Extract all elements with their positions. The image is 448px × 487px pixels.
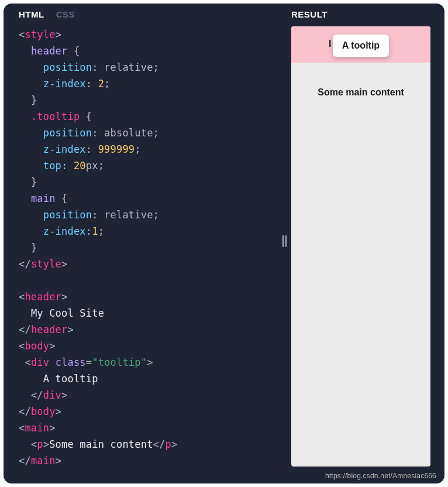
tab-bar: HTML CSS xyxy=(4,9,283,26)
tab-css[interactable]: CSS xyxy=(56,9,75,19)
preview-tooltip: A tooltip xyxy=(333,35,389,57)
preview-header-text: I xyxy=(329,39,331,49)
editor-pane: HTML CSS <style> header { position: rela… xyxy=(4,4,283,483)
preview-header: I A tooltip xyxy=(291,26,430,63)
preview-main-text: Some main content xyxy=(291,87,430,98)
watermark: https://blog.csdn.net/Amnesiac666 xyxy=(325,472,436,480)
tab-html[interactable]: HTML xyxy=(19,9,44,19)
pane-resize-handle[interactable] xyxy=(282,235,287,247)
result-label: RESULT xyxy=(283,9,444,26)
app-root: HTML CSS <style> header { position: rela… xyxy=(4,4,444,483)
code-editor[interactable]: <style> header { position: relative; z-i… xyxy=(4,26,283,469)
preview-frame: I A tooltip Some main content xyxy=(291,26,430,467)
result-pane: RESULT I A tooltip Some main content xyxy=(283,4,444,483)
